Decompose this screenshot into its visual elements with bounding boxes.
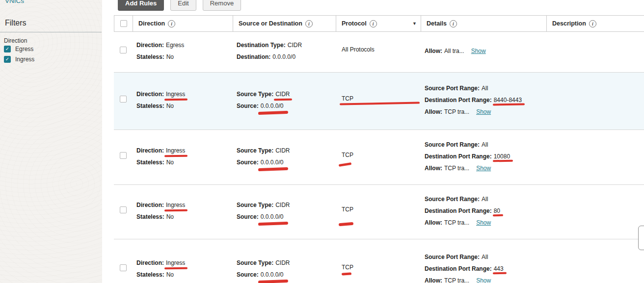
red-underline-annotation xyxy=(340,102,420,105)
details-cell: Source Port Range:AllDestination Port Ra… xyxy=(421,73,546,129)
field-label: Destination Port Range: xyxy=(425,265,492,272)
egress-checkbox-label: Egress xyxy=(15,46,33,52)
source-or-destination-cell: Source Type:CIDRSource:0.0.0.0/0 xyxy=(233,239,336,283)
field-value: All xyxy=(482,141,488,148)
show-details-link[interactable]: Show xyxy=(471,48,486,54)
direction-cell: Direction:IngressStateless:No xyxy=(133,185,233,239)
info-icon[interactable]: i xyxy=(305,20,313,27)
chevron-down-icon[interactable]: ▼ xyxy=(412,21,417,26)
field-label: Direction: xyxy=(136,147,164,154)
field-value: No xyxy=(166,271,174,278)
row-checkbox-cell xyxy=(114,32,133,72)
sidebar-item-vnics[interactable]: VNICs xyxy=(5,0,24,4)
direction-cell: Direction:IngressStateless:No xyxy=(133,239,233,283)
red-underline-annotation xyxy=(339,222,353,227)
field-value-red-underlined: Ingress xyxy=(166,147,185,154)
description-cell xyxy=(546,130,644,184)
field-label: Allow: xyxy=(425,108,442,115)
header-description[interactable]: Description i xyxy=(547,16,644,31)
field-label: Destination Port Range: xyxy=(425,97,492,103)
field-label: Destination: xyxy=(237,53,270,60)
protocol-cell: TCP xyxy=(336,73,421,129)
right-edge-clipped-button[interactable] xyxy=(638,226,644,250)
row-checkbox[interactable] xyxy=(120,152,127,159)
row-checkbox[interactable] xyxy=(120,264,127,271)
field-label: Destination Port Range: xyxy=(425,153,492,160)
show-details-link[interactable]: Show xyxy=(476,165,491,172)
row-checkbox[interactable] xyxy=(120,47,127,53)
row-checkbox-cell xyxy=(114,130,133,184)
source-or-destination-cell: Source Type:CIDRSource:0.0.0.0/0 xyxy=(233,185,336,239)
red-underline-annotation xyxy=(342,272,351,275)
table-row[interactable]: Direction:IngressStateless:No Source Typ… xyxy=(114,130,644,185)
field-label: Destination Type: xyxy=(237,42,286,49)
table-row[interactable]: Direction:IngressStateless:No Source Typ… xyxy=(114,185,644,239)
source-or-destination-cell: Destination Type:CIDRDestination:0.0.0.0… xyxy=(233,32,336,72)
row-checkbox[interactable] xyxy=(120,96,127,103)
field-label: Source Port Range: xyxy=(425,254,480,260)
header-direction[interactable]: Direction i xyxy=(133,16,233,31)
field-label: Source Type: xyxy=(237,259,273,266)
ingress-filter[interactable]: Ingress xyxy=(4,56,34,63)
rules-table: Direction i Source or Destination i Prot… xyxy=(114,15,644,283)
table-row[interactable]: Direction:IngressStateless:No Source Typ… xyxy=(114,73,644,130)
description-cell xyxy=(546,32,644,72)
field-label: Allow: xyxy=(425,48,442,54)
header-details[interactable]: Details i xyxy=(421,16,547,31)
show-details-link[interactable]: Show xyxy=(476,108,491,115)
field-value: CIDR xyxy=(275,147,290,154)
add-rules-button[interactable]: Add Rules xyxy=(118,0,164,11)
row-checkbox[interactable] xyxy=(120,206,127,213)
egress-filter[interactable]: Egress xyxy=(4,46,33,52)
red-underline-annotation xyxy=(339,162,351,166)
header-source-or-destination[interactable]: Source or Destination i xyxy=(233,16,336,31)
header-protocol[interactable]: Protocol i ▼ xyxy=(336,16,421,31)
info-icon[interactable]: i xyxy=(370,20,377,27)
field-label: Direction: xyxy=(136,202,164,208)
show-details-link[interactable]: Show xyxy=(476,277,491,283)
protocol-cell: TCP xyxy=(336,130,421,184)
table-header: Direction i Source or Destination i Prot… xyxy=(114,15,644,32)
field-label: Source: xyxy=(237,213,259,220)
description-cell xyxy=(546,239,644,283)
remove-button[interactable]: Remove xyxy=(203,0,241,11)
field-value: TCP tra... xyxy=(444,165,469,172)
row-checkbox-cell xyxy=(114,73,133,129)
protocol-cell: TCP xyxy=(336,185,421,239)
table-row[interactable]: Direction:IngressStateless:No Source Typ… xyxy=(114,239,644,283)
page: VNICs Filters Direction Egress Ingress A… xyxy=(0,0,644,283)
source-or-destination-cell: Source Type:CIDRSource:0.0.0.0/0 xyxy=(233,73,336,129)
field-label: Source Type: xyxy=(237,147,273,154)
direction-cell: Direction:IngressStateless:No xyxy=(133,73,233,129)
row-checkbox-cell xyxy=(114,239,133,283)
details-cell: Source Port Range:AllDestination Port Ra… xyxy=(421,185,546,239)
details-cell: Allow:All tra...Show xyxy=(421,32,546,72)
egress-checkbox[interactable] xyxy=(4,46,11,52)
edit-button[interactable]: Edit xyxy=(170,0,196,11)
header-checkbox-cell xyxy=(114,16,133,31)
field-label: Stateless: xyxy=(136,159,164,166)
protocol-value: TCP xyxy=(342,206,353,213)
field-label: Allow: xyxy=(425,219,442,226)
info-icon[interactable]: i xyxy=(450,20,457,27)
select-all-checkbox[interactable] xyxy=(120,20,127,27)
field-label: Direction: xyxy=(136,91,164,98)
direction-filter-label: Direction xyxy=(4,37,27,44)
field-value: CIDR xyxy=(275,202,290,208)
show-details-link[interactable]: Show xyxy=(476,219,491,226)
ingress-checkbox[interactable] xyxy=(4,56,11,63)
field-label: Source Type: xyxy=(237,202,273,208)
field-value: CIDR xyxy=(275,259,290,266)
info-icon[interactable]: i xyxy=(589,20,596,27)
field-label: Source: xyxy=(237,159,259,166)
field-value: TCP tra... xyxy=(444,219,469,226)
field-label: Allow: xyxy=(425,277,442,283)
field-value: No xyxy=(166,213,174,220)
field-label: Source Port Range: xyxy=(425,196,480,203)
info-icon[interactable]: i xyxy=(168,20,175,27)
field-label: Source Port Range: xyxy=(425,141,480,148)
protocol-value: All Protocols xyxy=(342,46,375,53)
field-value-red-underlined: Ingress xyxy=(166,202,185,208)
table-row[interactable]: Direction:EgressStateless:No Destination… xyxy=(114,32,644,73)
protocol-value: TCP xyxy=(342,152,353,158)
